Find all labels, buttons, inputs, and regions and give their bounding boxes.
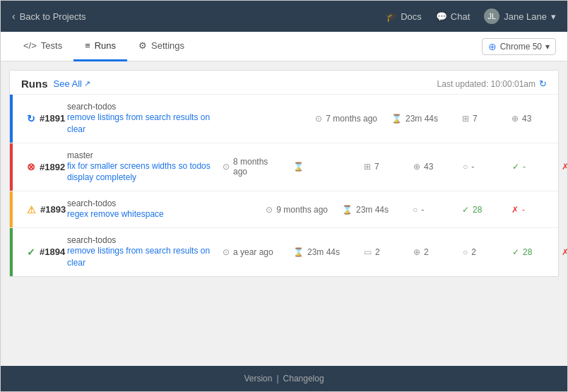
see-all-link[interactable]: See All ↗ (54, 78, 90, 89)
duration: ⌛ (293, 162, 350, 172)
chat-link[interactable]: 💬 Chat (436, 11, 470, 22)
run-branch: search-todos (67, 235, 223, 245)
fail-count: ✗ - (511, 205, 547, 215)
changelog-link[interactable]: Changelog (283, 374, 324, 384)
x-icon: ✗ (562, 162, 567, 172)
nav-actions: 🎓 Docs 💬 Chat JL Jane Lane ▾ (386, 8, 556, 24)
external-link-icon: ↗ (84, 79, 90, 88)
user-menu[interactable]: JL Jane Lane ▾ (484, 8, 556, 24)
status-bar-warning (10, 191, 13, 227)
run-number: ✓ #1894 (21, 247, 67, 258)
tab-runs-label: Runs (95, 40, 116, 51)
runs-icon: ≡ (85, 40, 90, 51)
browser-label: Chrome 50 (500, 42, 542, 52)
windows-icon: ⊞ (364, 162, 371, 172)
checkmark-icon: ✓ (512, 162, 519, 172)
checkmark-icon: ✓ (512, 247, 519, 257)
globe-icon: ⊕ (511, 114, 519, 124)
clock-icon: ⊙ (223, 162, 230, 172)
footer-separator: | (276, 374, 278, 384)
circle-icon: ○ (463, 247, 468, 257)
run-info: search-todos remove listings from search… (67, 102, 223, 136)
last-updated: Last updated: 10:00:01am ↻ (437, 78, 547, 89)
run-info: search-todos regex remove whitespace (67, 198, 223, 220)
back-to-projects-link[interactable]: ‹ Back to Projects (12, 11, 86, 22)
version-link[interactable]: Version (244, 374, 272, 384)
runs-title: Runs (21, 78, 48, 90)
globe-icon: ⊕ (413, 247, 420, 257)
time-ago: ⊙ 8 months ago (223, 157, 279, 177)
os-count: ⊞ 7 (364, 162, 399, 172)
chevron-left-icon: ‹ (12, 11, 16, 22)
fail-count: ✗ - (562, 162, 567, 172)
time-ago: ⊙ 9 months ago (266, 205, 328, 215)
run-meta: ⊙ 8 months ago ⌛ ⊞ 7 ⊕ (223, 157, 567, 177)
success-icon: ✓ (27, 247, 35, 258)
code-icon: </> (23, 40, 37, 51)
hourglass-icon: ⌛ (391, 114, 402, 124)
content-area: Runs See All ↗ Last updated: 10:00:01am … (1, 61, 567, 391)
footer: Version | Changelog (1, 366, 567, 391)
runs-header: Runs See All ↗ Last updated: 10:00:01am … (10, 71, 558, 95)
globe-icon: ⊕ (413, 162, 420, 172)
docs-icon: 🎓 (386, 11, 397, 22)
os-count: ▭ 2 (364, 247, 399, 257)
running-icon: ↻ (27, 113, 35, 124)
windows-icon: ⊞ (462, 114, 469, 124)
browser-count: ⊕ 2 (413, 247, 449, 257)
duration: ⌛ 23m 44s (342, 205, 398, 215)
settings-icon: ⚙ (138, 40, 147, 51)
tab-tests-label: Tests (41, 40, 62, 51)
run-commit[interactable]: remove listings from search results on c… (67, 245, 223, 269)
chat-icon: 💬 (436, 11, 447, 22)
refresh-icon[interactable]: ↻ (539, 78, 547, 89)
browser-selector[interactable]: ⊕ Chrome 50 ▾ (482, 38, 556, 55)
top-navigation: ‹ Back to Projects 🎓 Docs 💬 Chat JL Jane… (1, 1, 567, 32)
status-bar-success (10, 228, 13, 276)
run-commit[interactable]: regex remove whitespace (67, 208, 223, 220)
status-bar-error (10, 143, 13, 191)
monitor-icon: ▭ (364, 247, 372, 257)
pending-count: ○ 2 (463, 247, 498, 257)
tab-settings-label: Settings (151, 40, 184, 51)
checkmark-icon: ✓ (462, 205, 469, 215)
pass-count: ✓ - (512, 162, 548, 172)
sub-navigation: </> Tests ≡ Runs ⚙ Settings ⊕ Chrome 50 … (1, 32, 567, 61)
fail-count: ✗ - (562, 247, 567, 257)
chrome-icon: ⊕ (488, 41, 497, 52)
error-icon: ⊗ (27, 161, 35, 172)
run-meta: ⊙ 9 months ago ⌛ 23m 44s ○ - ✓ (266, 205, 547, 215)
warning-icon: ⚠ (27, 204, 36, 215)
clock-icon: ⊙ (315, 114, 322, 124)
run-info: master fix for smaller screens widths so… (67, 150, 223, 184)
table-row: ⊗ #1892 master fix for smaller screens w… (10, 143, 558, 192)
docs-link[interactable]: 🎓 Docs (386, 11, 422, 22)
tab-tests[interactable]: </> Tests (12, 32, 73, 61)
table-row: ⚠ #1893 search-todos regex remove whites… (10, 191, 558, 228)
run-commit[interactable]: fix for smaller screens widths so todos … (67, 160, 223, 184)
tab-runs[interactable]: ≡ Runs (73, 32, 127, 61)
duration: ⌛ 23m 44s (391, 114, 448, 124)
duration: ⌛ 23m 44s (293, 247, 350, 257)
tab-settings[interactable]: ⚙ Settings (127, 32, 196, 61)
run-commit[interactable]: remove listings from search results on c… (67, 112, 223, 136)
run-branch: search-todos (67, 198, 223, 208)
runs-card: Runs See All ↗ Last updated: 10:00:01am … (9, 70, 559, 277)
pending-count: ○ - (413, 205, 448, 215)
clock-icon: ⊙ (266, 205, 273, 215)
run-number: ⊗ #1892 (21, 161, 67, 172)
circle-icon: ○ (413, 205, 418, 215)
chevron-down-icon: ▾ (545, 42, 550, 52)
x-icon: ✗ (511, 205, 519, 215)
run-meta: ⊙ 7 months ago ⌛ 23m 44s ⊞ 7 ⊕ (315, 114, 547, 124)
os-count: ⊞ 7 (462, 114, 497, 124)
run-meta: ⊙ a year ago ⌛ 23m 44s ▭ 2 ⊕ (223, 247, 567, 257)
x-icon: ✗ (562, 247, 567, 257)
chevron-down-icon: ▾ (551, 11, 556, 22)
table-row: ↻ #1891 search-todos remove listings fro… (10, 95, 558, 143)
run-branch: search-todos (67, 102, 223, 112)
pass-count: ✓ 28 (512, 247, 548, 257)
time-ago: ⊙ a year ago (223, 247, 279, 257)
pending-count: ○ - (463, 162, 498, 172)
hourglass-icon: ⌛ (342, 205, 353, 215)
